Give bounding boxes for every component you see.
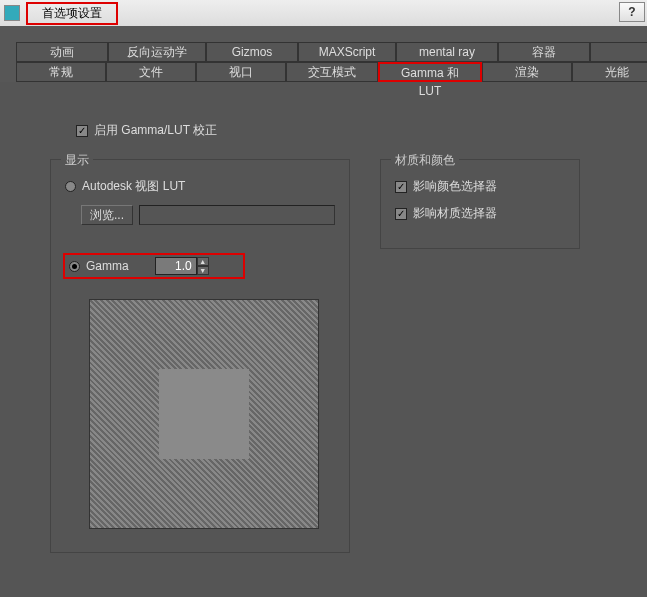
content-pane: ✓ 启用 Gamma/LUT 校正 显示 Autodesk 视图 LUT 浏览.… xyxy=(0,82,647,561)
checkbox-icon[interactable]: ✓ xyxy=(76,125,88,137)
tab-extra[interactable] xyxy=(590,42,647,62)
tab-mentalray[interactable]: mental ray xyxy=(396,42,498,62)
spacer xyxy=(0,26,647,42)
tab-container[interactable]: 容器 xyxy=(498,42,590,62)
browse-row: 浏览... xyxy=(81,205,335,225)
material-group-title: 材质和颜色 xyxy=(391,152,459,169)
radio-gamma-label: Gamma xyxy=(86,259,129,273)
radio-lut-label: Autodesk 视图 LUT xyxy=(82,178,185,195)
enable-gamma-row[interactable]: ✓ 启用 Gamma/LUT 校正 xyxy=(76,122,639,139)
tab-render[interactable]: 渲染 xyxy=(482,62,572,82)
tab-ik[interactable]: 反向运动学 xyxy=(108,42,206,62)
lut-path-input[interactable] xyxy=(139,205,335,225)
gamma-preview xyxy=(89,299,319,529)
tab-viewport[interactable]: 视口 xyxy=(196,62,286,82)
tab-gamma-lut[interactable]: Gamma 和 LUT xyxy=(378,62,482,82)
affect-material-label: 影响材质选择器 xyxy=(413,205,497,222)
tab-interaction[interactable]: 交互模式 xyxy=(286,62,378,82)
tab-animation[interactable]: 动画 xyxy=(16,42,108,62)
help-button[interactable]: ? xyxy=(619,2,645,22)
radio-icon[interactable] xyxy=(69,261,80,272)
tab-row-2: 常规 文件 视口 交互模式 Gamma 和 LUT 渲染 光能 xyxy=(0,62,647,82)
tab-file[interactable]: 文件 xyxy=(106,62,196,82)
display-group-title: 显示 xyxy=(61,152,93,169)
gamma-preview-swatch xyxy=(159,369,249,459)
tab-maxscript[interactable]: MAXScript xyxy=(298,42,396,62)
enable-label: 启用 Gamma/LUT 校正 xyxy=(94,122,217,139)
affect-color-label: 影响颜色选择器 xyxy=(413,178,497,195)
app-icon xyxy=(4,5,20,21)
radio-gamma-row[interactable]: Gamma 1.0 ▲ ▼ xyxy=(63,253,245,279)
tab-radiosity[interactable]: 光能 xyxy=(572,62,647,82)
chevron-down-icon[interactable]: ▼ xyxy=(197,266,209,275)
checkbox-icon[interactable]: ✓ xyxy=(395,181,407,193)
display-group: 显示 Autodesk 视图 LUT 浏览... Gamma 1.0 ▲ ▼ xyxy=(50,159,350,553)
spinner-buttons: ▲ ▼ xyxy=(197,257,209,275)
tab-general[interactable]: 常规 xyxy=(16,62,106,82)
window-title: 首选项设置 xyxy=(26,2,118,25)
gamma-spinner[interactable]: 1.0 ▲ ▼ xyxy=(155,257,209,275)
panels-row: 显示 Autodesk 视图 LUT 浏览... Gamma 1.0 ▲ ▼ xyxy=(50,159,639,553)
radio-lut-row[interactable]: Autodesk 视图 LUT xyxy=(65,178,335,195)
chevron-up-icon[interactable]: ▲ xyxy=(197,257,209,266)
affect-color-row[interactable]: ✓ 影响颜色选择器 xyxy=(395,178,565,195)
tab-gizmos[interactable]: Gizmos xyxy=(206,42,298,62)
tab-row-1: 动画 反向运动学 Gizmos MAXScript mental ray 容器 xyxy=(0,42,647,62)
affect-material-row[interactable]: ✓ 影响材质选择器 xyxy=(395,205,565,222)
gamma-value-input[interactable]: 1.0 xyxy=(155,257,197,275)
radio-icon[interactable] xyxy=(65,181,76,192)
checkbox-icon[interactable]: ✓ xyxy=(395,208,407,220)
material-group: 材质和颜色 ✓ 影响颜色选择器 ✓ 影响材质选择器 xyxy=(380,159,580,249)
title-bar: 首选项设置 ? xyxy=(0,0,647,26)
browse-button[interactable]: 浏览... xyxy=(81,205,133,225)
